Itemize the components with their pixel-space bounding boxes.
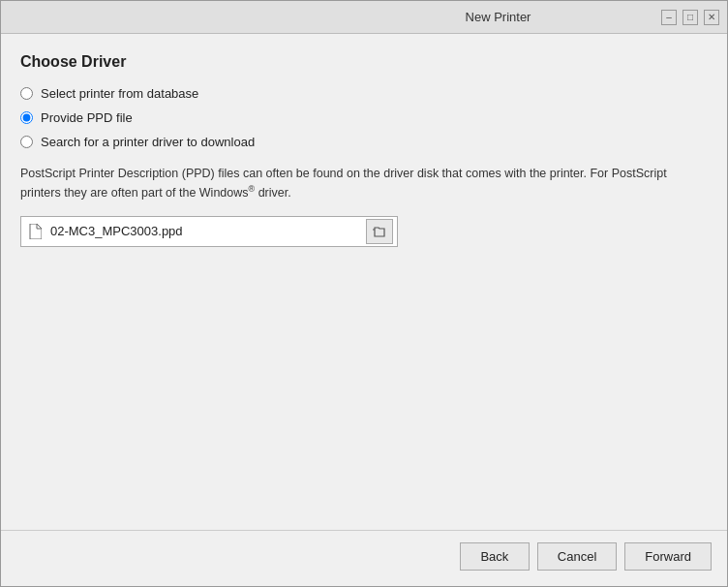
content-spacer: [20, 247, 708, 514]
description-text: PostScript Printer Description (PPD) fil…: [20, 165, 708, 202]
forward-button[interactable]: Forward: [624, 542, 712, 571]
main-window: New Printer – □ ✕ Choose Driver Select p…: [0, 0, 728, 587]
content-area: Choose Driver Select printer from databa…: [1, 34, 727, 530]
titlebar: New Printer – □ ✕: [1, 1, 727, 34]
radio-ppd-input[interactable]: [20, 111, 33, 124]
radio-download-input[interactable]: [20, 136, 33, 148]
ppd-file-name: 02-MC3_MPC3003.ppd: [45, 224, 366, 238]
driver-radio-group: Select printer from database Provide PPD…: [20, 86, 708, 149]
maximize-button[interactable]: □: [682, 10, 698, 25]
minimize-button[interactable]: –: [661, 10, 677, 25]
radio-search-download[interactable]: Search for a printer driver to download: [20, 135, 708, 149]
file-icon: [25, 222, 45, 241]
section-title: Choose Driver: [20, 53, 708, 71]
ppd-file-field: 02-MC3_MPC3003.ppd: [20, 216, 398, 247]
close-button[interactable]: ✕: [704, 10, 719, 25]
radio-db-input[interactable]: [20, 87, 33, 100]
file-browse-button[interactable]: [366, 219, 393, 244]
button-bar: Back Cancel Forward: [1, 530, 727, 586]
radio-download-label: Search for a printer driver to download: [41, 135, 255, 149]
back-button[interactable]: Back: [460, 542, 530, 571]
radio-provide-ppd[interactable]: Provide PPD file: [20, 110, 708, 125]
window-title: New Printer: [335, 10, 661, 24]
radio-select-from-database[interactable]: Select printer from database: [20, 86, 708, 101]
radio-ppd-label: Provide PPD file: [41, 110, 133, 125]
radio-db-label: Select printer from database: [41, 86, 198, 101]
cancel-button[interactable]: Cancel: [537, 542, 617, 571]
titlebar-controls: – □ ✕: [661, 10, 719, 25]
